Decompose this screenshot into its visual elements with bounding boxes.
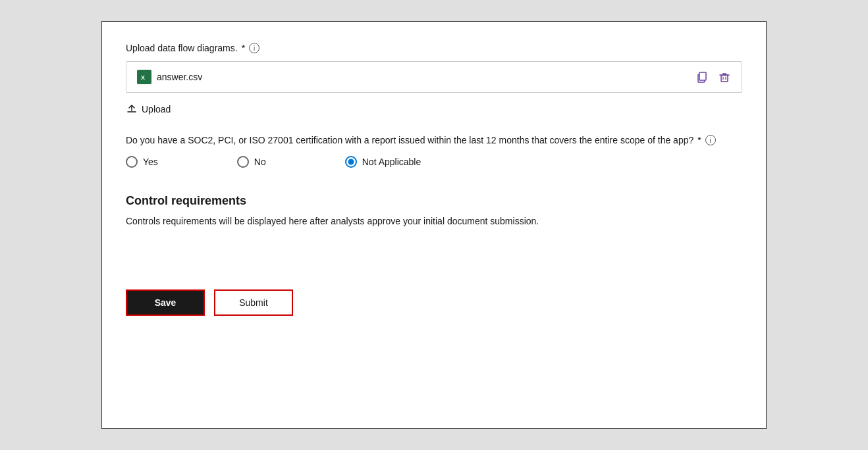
question-text: Do you have a SOC2, PCI, or ISO 27001 ce… xyxy=(126,135,742,145)
radio-no-label: No xyxy=(254,157,266,167)
svg-text:X: X xyxy=(141,74,145,81)
radio-option-not-applicable[interactable]: Not Applicable xyxy=(345,156,421,168)
control-requirements-section: Control requirements Controls requiremen… xyxy=(126,194,742,226)
radio-yes-label: Yes xyxy=(143,157,158,167)
radio-no[interactable] xyxy=(237,156,249,168)
radio-option-yes[interactable]: Yes xyxy=(126,156,158,168)
radio-yes[interactable] xyxy=(126,156,138,168)
svg-rect-3 xyxy=(699,72,706,80)
question-info-icon[interactable]: i xyxy=(705,135,716,145)
file-box: X answer.csv xyxy=(126,61,742,93)
upload-info-icon[interactable]: i xyxy=(249,43,259,53)
control-requirements-description: Controls requirements will be displayed … xyxy=(126,216,742,226)
radio-not-applicable[interactable] xyxy=(345,156,357,168)
upload-label: Upload data flow diagrams. * i xyxy=(126,43,742,53)
upload-arrow-icon xyxy=(126,102,138,116)
upload-button-label: Upload xyxy=(142,104,171,114)
main-card: Upload data flow diagrams. * i X answer.… xyxy=(101,21,767,429)
upload-required-star: * xyxy=(242,43,245,53)
svg-rect-4 xyxy=(721,75,728,82)
save-button[interactable]: Save xyxy=(126,289,205,316)
radio-group: Yes No Not Applicable xyxy=(126,156,742,168)
question-text-content: Do you have a SOC2, PCI, or ISO 27001 ce… xyxy=(126,135,693,145)
upload-button[interactable]: Upload xyxy=(126,102,171,116)
control-requirements-title: Control requirements xyxy=(126,194,742,208)
footer-actions: Save Submit xyxy=(126,279,742,316)
excel-icon: X xyxy=(137,70,151,84)
question-section: Do you have a SOC2, PCI, or ISO 27001 ce… xyxy=(126,135,742,168)
page-container: Upload data flow diagrams. * i X answer.… xyxy=(0,0,868,450)
radio-not-applicable-label: Not Applicable xyxy=(362,157,421,167)
submit-button[interactable]: Submit xyxy=(214,289,293,316)
question-required-star: * xyxy=(697,135,701,145)
upload-label-text: Upload data flow diagrams. xyxy=(126,43,238,53)
file-name: answer.csv xyxy=(157,72,202,82)
radio-option-no[interactable]: No xyxy=(237,156,266,168)
file-actions xyxy=(695,70,731,84)
delete-file-button[interactable] xyxy=(718,70,731,84)
file-info: X answer.csv xyxy=(137,70,202,84)
copy-file-button[interactable] xyxy=(695,70,709,84)
